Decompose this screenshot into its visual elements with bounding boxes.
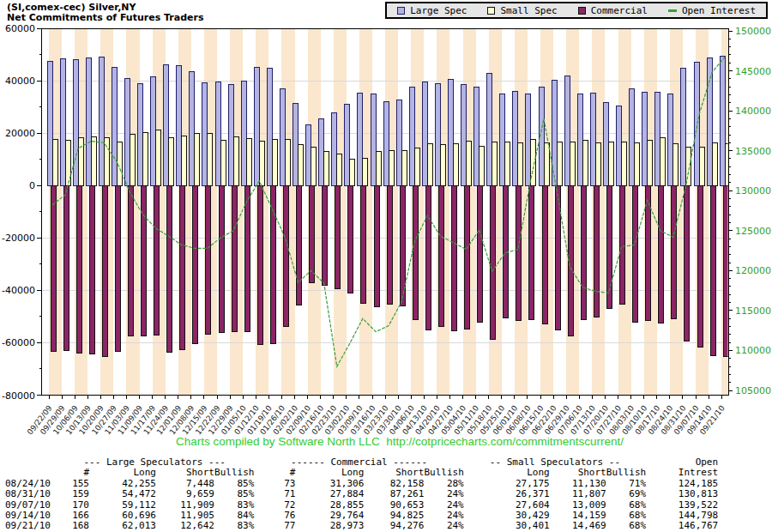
small-spec-bar: [582, 141, 588, 186]
small-spec-bar: [531, 140, 536, 185]
large-spec-bar: [138, 83, 143, 185]
large-spec-bar: [590, 93, 595, 185]
commercial-bar: [51, 185, 56, 351]
large-spec-bar: [215, 82, 220, 185]
commercial-bar: [310, 185, 315, 282]
large-spec-bar: [642, 93, 648, 185]
right-axis-label: 115000: [735, 305, 771, 317]
cot-table: --- Large Speculators --------- Commerci…: [5, 457, 718, 532]
small-spec-bar: [324, 151, 329, 185]
table-row: 08/31/1015954,4729,65985%7127,88487,2612…: [5, 489, 718, 499]
left-axis-label: 60000: [5, 23, 35, 34]
small-spec-bar: [285, 140, 290, 185]
large-spec-bar: [422, 82, 427, 185]
large-spec-bar: [332, 112, 337, 185]
small-spec-bar: [699, 148, 704, 186]
table-value-cell: 26,371: [464, 489, 550, 499]
right-axis-label: 130000: [735, 185, 771, 196]
left-axis-label: 0: [29, 180, 35, 191]
commercial-bar: [425, 185, 431, 330]
large-spec-bar: [630, 88, 635, 185]
right-axis-label: 135000: [735, 146, 771, 157]
table-value-cell: 62,013: [89, 521, 156, 531]
table-column-header: Long: [295, 468, 364, 478]
small-spec-bar: [337, 154, 342, 185]
large-spec-bar: [396, 100, 401, 185]
small-spec-bar: [479, 146, 485, 185]
small-spec-bar: [52, 139, 57, 185]
large-spec-bar: [228, 84, 233, 185]
table-spacer: [5, 468, 55, 478]
small-spec-bar: [220, 140, 226, 185]
commercial-bar: [633, 185, 638, 322]
commercial-bar: [257, 185, 262, 345]
commercial-bar: [451, 185, 456, 330]
table-column-header: Short: [156, 468, 214, 478]
right-axis-label: 125000: [735, 226, 771, 237]
small-spec-bar: [440, 145, 445, 186]
commercial-bar: [193, 185, 198, 343]
table-value-cell: 27,884: [295, 489, 364, 499]
small-spec-bar: [635, 142, 640, 185]
table-column-header: #: [254, 468, 295, 478]
large-spec-bar: [552, 81, 557, 185]
commercial-bar: [697, 185, 703, 348]
table-value-cell: 24%: [424, 489, 463, 499]
table-column-header: #: [55, 468, 89, 478]
small-spec-bar: [608, 142, 613, 185]
small-spec-bar: [143, 133, 148, 185]
small-spec-bar: [505, 142, 510, 185]
table-value-cell: 12,642: [156, 521, 214, 531]
large-spec-bar: [86, 57, 91, 185]
commercial-bar: [167, 185, 172, 352]
small-spec-bar: [389, 150, 394, 185]
large-spec-bar: [99, 57, 104, 185]
large-spec-bar: [474, 88, 479, 186]
commercial-bar: [283, 185, 288, 326]
commercial-bar: [374, 185, 379, 307]
large-spec-bar: [720, 56, 725, 185]
large-spec-bar: [293, 104, 299, 185]
commercial-bar: [529, 185, 534, 319]
small-spec-bar: [453, 144, 458, 185]
commercial-bar: [659, 185, 664, 323]
commercial-bar: [206, 185, 211, 334]
small-spec-bar: [156, 130, 161, 185]
table-value-cell: 83%: [214, 521, 254, 531]
table-value-cell: 85%: [214, 489, 254, 499]
right-axis: 1500001450001400001350001300001250001200…: [728, 26, 771, 396]
table-value-cell: 14,469: [550, 521, 606, 531]
small-spec-bar: [104, 138, 109, 185]
table-value-cell: 87,261: [364, 489, 424, 499]
commercial-bar: [63, 185, 69, 350]
small-spec-bar: [195, 134, 200, 185]
small-spec-bar: [91, 137, 96, 185]
table-value-cell: 77: [254, 521, 295, 531]
commercial-bar: [361, 185, 366, 303]
large-spec-bar: [435, 84, 440, 185]
small-spec-bar: [117, 142, 122, 185]
large-spec-bar: [539, 87, 544, 185]
small-spec-bar: [208, 134, 213, 185]
commercial-bar: [244, 185, 250, 332]
large-spec-bar: [241, 81, 246, 185]
small-spec-bar: [130, 135, 135, 186]
large-spec-bar: [603, 102, 608, 185]
small-spec-bar: [712, 143, 717, 186]
small-spec-bar: [570, 142, 575, 185]
large-spec-bar: [668, 94, 673, 185]
small-spec-bar: [414, 148, 419, 185]
small-spec-bar: [311, 148, 317, 185]
commercial-bar: [323, 185, 328, 285]
table-value-cell: 130,813: [646, 489, 718, 499]
large-spec-bar: [267, 68, 272, 185]
large-spec-bar: [371, 94, 376, 185]
small-spec-bar: [725, 144, 730, 186]
table-value-cell: 68%: [606, 521, 646, 531]
table-column-header: Long: [89, 468, 156, 478]
left-axis-label: 20000: [5, 128, 35, 139]
large-spec-bar: [707, 57, 712, 185]
small-spec-bar: [660, 137, 666, 185]
table-column-header: Intrest: [646, 468, 718, 478]
table-column-header: Short: [364, 468, 424, 478]
